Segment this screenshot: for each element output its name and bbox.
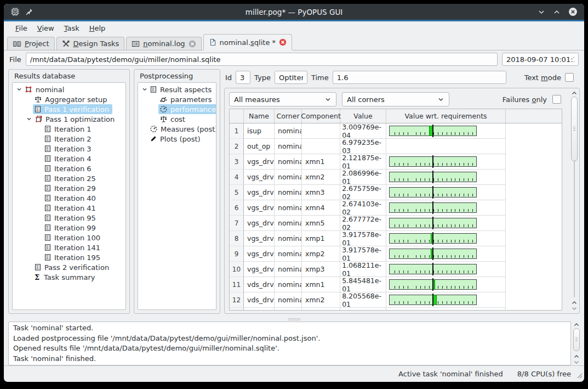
titlebar[interactable]: miller.pog* — PyOPUS GUI (4, 4, 584, 20)
scroll-up-icon[interactable] (570, 91, 579, 95)
results-tree[interactable]: nominalAggregator setupPass 1 verificati… (12, 82, 126, 310)
results-item-iteration-4[interactable]: Iteration 4 (13, 154, 125, 164)
splitter-grip[interactable] (288, 318, 300, 320)
tab-nominal-log[interactable]: nominal.log (126, 37, 201, 50)
table-row[interactable]: 8vgs_drvnominalxmp13.917578e-01 (230, 231, 562, 246)
bar-center-line (432, 201, 433, 214)
results-item-pass-1-optimization[interactable]: Pass 1 optimization (13, 114, 125, 124)
log-line: Task 'nominal' started. (13, 323, 566, 334)
results-item-pass-2-verification[interactable]: Pass 2 verification (13, 262, 125, 272)
failures-only-label: Failures only (503, 95, 547, 104)
failures-only-checkbox[interactable] (552, 95, 561, 104)
expander-chevron-down-icon[interactable] (25, 116, 33, 122)
log-scrollbar[interactable] (572, 322, 581, 365)
scroll-thumb[interactable] (573, 328, 580, 351)
scroll-up-icon[interactable] (572, 323, 581, 327)
results-item-iteration-41[interactable]: Iteration 41 (13, 203, 125, 213)
table-row[interactable]: 2out_opnominal6.979235e-03 (230, 139, 562, 154)
column-header-name[interactable]: Name (244, 109, 275, 123)
text-mode-checkbox[interactable] (565, 73, 574, 82)
scroll-down-icon[interactable] (570, 306, 579, 311)
column-header-corner[interactable]: Corner (275, 109, 302, 123)
resize-grip-icon[interactable] (575, 371, 583, 380)
results-item-iteration-141[interactable]: Iteration 141 (13, 243, 125, 252)
table-row[interactable]: 4vgs_drvnominalxmn22.086996e-01 (230, 170, 562, 185)
menu-view[interactable]: View (32, 23, 59, 33)
results-item-iteration-1[interactable]: Iteration 1 (13, 124, 125, 134)
results-item-iteration-95[interactable]: Iteration 95 (13, 213, 125, 223)
log-output[interactable]: Task 'nominal' started.Loaded postproces… (8, 322, 571, 365)
time-field[interactable] (333, 71, 506, 84)
pin-icon[interactable] (25, 8, 33, 16)
id-field[interactable] (236, 71, 250, 84)
table-row[interactable]: 9vgs_drvnominalxmp23.917578e-01 (230, 246, 562, 262)
column-header-component[interactable]: Component (302, 109, 340, 123)
maximize-button[interactable] (553, 8, 561, 16)
results-item-iteration-2[interactable]: Iteration 2 (13, 134, 125, 144)
results-item-iteration-6[interactable]: Iteration 6 (13, 164, 125, 173)
cube-icon (34, 115, 43, 123)
cell-name: vgs_drv (244, 154, 275, 170)
close-tab-icon[interactable] (279, 38, 287, 46)
tab-nominal-sqlite[interactable]: nominal.sqlite * (203, 34, 292, 50)
postprocessing-tree[interactable]: Result aspectsparametersperformancecostM… (138, 82, 216, 310)
column-header-value[interactable]: Value (340, 109, 386, 123)
scroll-thumb[interactable] (571, 97, 578, 161)
column-header-value-wrt-requirements[interactable]: Value wrt. requirements (386, 109, 506, 123)
results-item-task-summary[interactable]: ΣTask summary (13, 272, 125, 282)
table-row[interactable]: 1isupnominal3.009769e-04 (230, 123, 562, 139)
post-item-parameters[interactable]: parameters (138, 94, 216, 104)
file-path-input[interactable] (26, 53, 498, 66)
post-item-result-aspects[interactable]: Result aspects (138, 84, 216, 94)
results-item-iteration-25[interactable]: Iteration 25 (13, 173, 125, 183)
results-item-iteration-100[interactable]: Iteration 100 (13, 233, 125, 243)
expander-chevron-down-icon[interactable] (140, 87, 149, 92)
menu-help[interactable]: Help (84, 23, 111, 33)
tab-project[interactable]: Project (7, 37, 55, 50)
scroll-up-icon[interactable] (572, 354, 581, 359)
tab-label: Project (25, 40, 49, 48)
menu-task[interactable]: Task (59, 23, 84, 33)
table-row[interactable] (230, 308, 562, 311)
results-item-iteration-3[interactable]: Iteration 3 (13, 144, 125, 154)
measures-filter-value: All measures (234, 95, 280, 104)
menu-file[interactable]: File (10, 23, 32, 33)
cell-value: 2.675759e-02 (340, 185, 386, 200)
table-row[interactable]: 3vgs_drvnominalxmn12.121875e-01 (230, 154, 562, 170)
table-row[interactable]: 5vgs_drvnominalxmn32.675759e-02 (230, 185, 562, 200)
table-row[interactable]: 10vgs_drvnominalxmp31.068211e-01 (230, 262, 562, 277)
type-field[interactable] (275, 71, 307, 84)
log-icon (132, 40, 140, 48)
measures-filter-select[interactable]: All measures (229, 92, 336, 106)
post-item-measures-post[interactable]: Measures (post) (138, 124, 216, 134)
scroll-up-icon[interactable] (570, 301, 579, 305)
expander-chevron-down-icon[interactable] (15, 87, 23, 92)
requirements-bar (389, 172, 477, 182)
scroll-down-icon[interactable] (572, 360, 581, 364)
results-item-nominal[interactable]: nominal (13, 84, 125, 94)
close-button[interactable] (568, 7, 578, 16)
table-row[interactable]: 6vgs_drvnominalxmn42.674103e-02 (230, 200, 562, 216)
close-tab-icon[interactable] (189, 40, 196, 48)
post-item-performance[interactable]: performance (138, 104, 216, 114)
corners-filter-select[interactable]: All corners (342, 92, 449, 106)
horizontal-splitter[interactable] (4, 317, 584, 322)
post-item-plots-post[interactable]: Plots (post) (138, 134, 216, 144)
cell-empty (244, 308, 275, 311)
cell-empty (340, 308, 386, 311)
table-row[interactable]: 7vgs_drvnominalxmn52.677772e-02 (230, 216, 562, 231)
results-item-pass-1-verification[interactable]: Pass 1 verification (13, 104, 125, 114)
table-row[interactable]: 12vds_drvnominalxmn28.205568e-01 (230, 292, 562, 308)
results-item-iteration-99[interactable]: Iteration 99 (13, 223, 125, 233)
post-item-cost[interactable]: cost (138, 114, 216, 124)
results-item-iteration-195[interactable]: Iteration 195 (13, 252, 125, 262)
tab-design-tasks[interactable]: Design Tasks (56, 37, 125, 50)
column-header-row-number[interactable] (230, 109, 244, 123)
results-item-iteration-40[interactable]: Iteration 40 (13, 193, 125, 203)
table-row[interactable]: 11vds_drvnominalxmn15.845481e-01 (230, 277, 562, 292)
measures-scrollbar[interactable] (570, 90, 579, 312)
cell-row-number: 7 (230, 216, 244, 231)
minimize-button[interactable] (538, 8, 545, 16)
results-item-iteration-29[interactable]: Iteration 29 (13, 183, 125, 193)
results-item-aggregator-setup[interactable]: Aggregator setup (13, 94, 125, 104)
